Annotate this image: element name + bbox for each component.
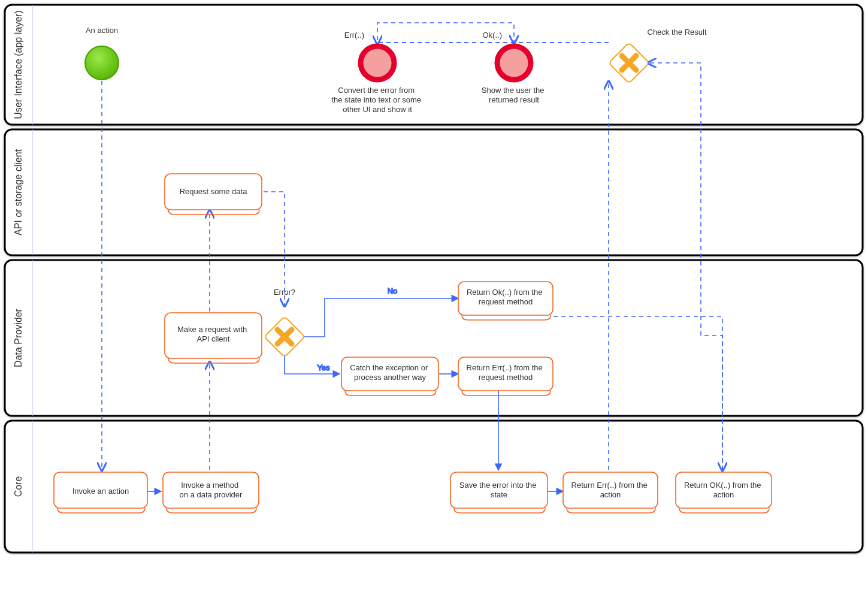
start-event: An action — [85, 26, 119, 80]
gateway-error-label: Error? — [274, 288, 295, 297]
svg-point-9 — [361, 46, 394, 80]
task-catch-exception-label: Catch the exception or process another w… — [350, 363, 430, 382]
task-invoke-method: Invoke a method on a data provider — [163, 472, 259, 513]
task-request-data: Request some data — [165, 174, 262, 215]
task-return-err-request: Return Err(..) from the request method — [458, 357, 553, 395]
svg-point-10 — [497, 46, 531, 80]
end-ok-bottom: Show the user the returned result — [482, 86, 546, 104]
end-err-top: Err(..) — [344, 31, 364, 40]
lane-api-title: API or storage client — [13, 149, 23, 235]
lane-dp: Data Provider — [5, 260, 863, 416]
lane-api: API or storage client — [5, 129, 863, 255]
gateway-check-label: Check the Result — [648, 28, 707, 37]
start-event-label: An action — [86, 26, 118, 35]
svg-point-8 — [85, 46, 119, 80]
task-request-data-label: Request some data — [180, 187, 248, 196]
task-catch-exception: Catch the exception or process another w… — [341, 357, 438, 395]
end-ok-top: Ok(..) — [483, 31, 503, 40]
task-invoke-method-label: Invoke a method on a data provider — [180, 481, 243, 499]
edge-no-label: No — [388, 286, 398, 295]
task-return-ok-action: Return OK(..) from the action — [676, 472, 772, 513]
task-save-error: Save the error into the state — [450, 472, 548, 513]
end-err-bottom: Convert the error from the state into te… — [331, 86, 423, 114]
task-return-ok-request: Return Ok(..) from the request method — [458, 282, 553, 320]
task-invoke-action: Invoke an action — [54, 472, 147, 513]
svg-rect-4 — [5, 260, 863, 416]
svg-rect-2 — [5, 129, 863, 255]
lane-core-title: Core — [13, 476, 23, 497]
edge-yes-label: Yes — [317, 363, 330, 372]
lane-ui-title: User Interface (app layer) — [13, 10, 23, 119]
task-return-err-action: Return Err(..) from the action — [563, 472, 658, 513]
lane-dp-title: Data Provider — [13, 308, 23, 367]
task-invoke-action-label: Invoke an action — [72, 487, 129, 496]
task-make-request: Make a request with API client — [165, 313, 262, 363]
